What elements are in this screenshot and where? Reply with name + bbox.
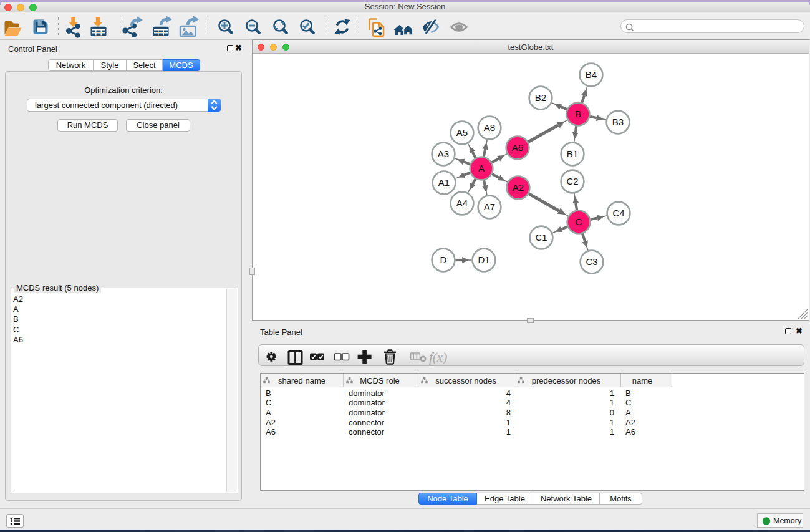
svg-text:f(x): f(x) bbox=[429, 350, 447, 365]
svg-text:C2: C2 bbox=[566, 176, 578, 186]
svg-text:C4: C4 bbox=[612, 208, 624, 218]
svg-text:D: D bbox=[440, 254, 447, 265]
svg-text:A6: A6 bbox=[512, 142, 523, 153]
svg-text:B: B bbox=[575, 109, 581, 119]
svg-text:A7: A7 bbox=[484, 201, 495, 212]
svg-text:B1: B1 bbox=[567, 148, 578, 159]
svg-text:A2: A2 bbox=[513, 182, 524, 193]
svg-text:A: A bbox=[478, 163, 485, 173]
svg-text:A1: A1 bbox=[438, 177, 450, 188]
svg-text:C1: C1 bbox=[535, 232, 547, 243]
svg-text:D1: D1 bbox=[478, 254, 489, 265]
svg-text:C3: C3 bbox=[586, 256, 597, 267]
svg-text:B2: B2 bbox=[535, 92, 546, 103]
svg-text:A8: A8 bbox=[484, 122, 495, 133]
svg-text:A3: A3 bbox=[438, 148, 449, 159]
svg-text:A5: A5 bbox=[456, 127, 468, 138]
svg-text:C: C bbox=[576, 216, 582, 227]
svg-text:B3: B3 bbox=[612, 117, 624, 127]
svg-text:B4: B4 bbox=[586, 69, 597, 80]
svg-text:A4: A4 bbox=[456, 198, 468, 208]
